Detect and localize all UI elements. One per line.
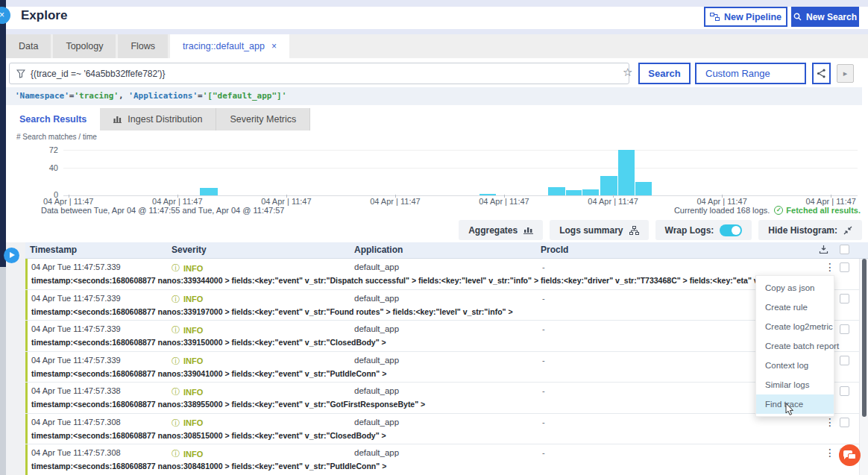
severity-badge: ⓘ INFO bbox=[172, 324, 203, 336]
context-menu-item[interactable]: Find trace bbox=[756, 394, 834, 414]
result-tab-label: Ingest Distribution bbox=[128, 108, 202, 130]
row-message[interactable]: timestamp:<seconds:1680608877 nanos:3391… bbox=[31, 338, 811, 347]
left-edge-panel-lower bbox=[0, 267, 6, 475]
column-application[interactable]: Application bbox=[354, 245, 403, 255]
run-query-button[interactable]: ▸ bbox=[837, 64, 854, 83]
context-menu-item[interactable]: Create log2metric bbox=[756, 317, 834, 336]
expand-sidebar-button[interactable] bbox=[4, 248, 19, 263]
x-axis-tick-label: 04 Apr | 11:47 bbox=[479, 197, 529, 206]
table-row[interactable]: 04 Apr Tue 11:47:57.339 ⓘ INFO default_a… bbox=[25, 352, 868, 383]
page-title: Explore bbox=[21, 8, 67, 23]
row-timestamp: 04 Apr Tue 11:47:57.338 bbox=[31, 386, 121, 395]
gridline-72 bbox=[63, 150, 858, 151]
select-all-checkbox[interactable] bbox=[840, 245, 849, 254]
histogram-bar[interactable] bbox=[200, 188, 218, 195]
applied-filters-bar[interactable]: 'Namespace'='tracing', 'Applications'='[… bbox=[6, 87, 862, 105]
row-message[interactable]: timestamp:<seconds:1680608877 nanos:3390… bbox=[31, 369, 811, 378]
new-pipeline-button[interactable]: New Pipeline bbox=[704, 7, 787, 27]
result-tab[interactable]: Search Results bbox=[6, 108, 100, 130]
new-search-button[interactable]: New Search bbox=[791, 7, 859, 27]
nav-tab-label: tracing::default_app bbox=[183, 41, 265, 51]
nav-tab[interactable]: Data bbox=[6, 34, 51, 58]
download-button[interactable] bbox=[819, 245, 828, 254]
bar-chart-icon bbox=[523, 226, 533, 234]
histogram-bar[interactable] bbox=[635, 182, 652, 195]
row-timestamp: 04 Apr Tue 11:47:57.339 bbox=[31, 356, 121, 365]
context-menu-item[interactable]: Similar logs bbox=[756, 375, 834, 394]
table-row[interactable]: 04 Apr Tue 11:47:57.339 ⓘ INFO default_a… bbox=[25, 321, 868, 352]
row-menu-kebab-icon[interactable]: ⋮ bbox=[825, 416, 835, 428]
support-chat-button[interactable] bbox=[839, 444, 861, 466]
table-row[interactable]: 04 Apr Tue 11:47:57.339 ⓘ INFO default_a… bbox=[25, 290, 868, 321]
context-menu-item[interactable]: Create rule bbox=[756, 298, 834, 317]
nav-tab-label: Flows bbox=[130, 41, 155, 51]
chat-bubble-small-icon bbox=[848, 453, 856, 459]
row-message[interactable]: timestamp:<seconds:1680608877 nanos:3084… bbox=[31, 462, 811, 471]
filter-token: '["default_app"]' bbox=[203, 91, 287, 101]
table-header: Timestamp Severity Application ProcId bbox=[25, 242, 868, 259]
result-tab[interactable]: Ingest Distribution bbox=[100, 108, 216, 130]
wrap-logs-toggle[interactable] bbox=[720, 224, 742, 236]
row-timestamp: 04 Apr Tue 11:47:57.339 bbox=[31, 262, 121, 271]
load-status: Currently loaded 168 logs. ✓ Fetched all… bbox=[674, 206, 861, 215]
result-tab[interactable]: Severity Metrics bbox=[216, 108, 310, 130]
time-range-selector[interactable]: Custom Range bbox=[695, 63, 806, 84]
context-menu-item[interactable]: Create batch report bbox=[756, 336, 834, 356]
row-menu-kebab-icon[interactable]: ⋮ bbox=[825, 447, 835, 459]
row-checkbox[interactable] bbox=[840, 418, 849, 427]
nav-tab[interactable]: tracing::default_app× bbox=[170, 34, 289, 58]
row-message[interactable]: timestamp:<seconds:1680608877 nanos:3391… bbox=[31, 307, 811, 316]
table-row[interactable]: 04 Apr Tue 11:47:57.338 ⓘ INFO default_a… bbox=[25, 383, 868, 414]
share-button[interactable] bbox=[812, 63, 831, 84]
table-row[interactable]: 04 Apr Tue 11:47:57.308 ⓘ INFO default_a… bbox=[25, 414, 868, 445]
tab-close-icon[interactable]: × bbox=[271, 41, 277, 51]
search-button[interactable]: Search bbox=[638, 63, 691, 84]
nav-tab[interactable]: Flows bbox=[118, 34, 168, 58]
row-application: default_app bbox=[354, 294, 399, 303]
new-search-label: New Search bbox=[806, 12, 857, 22]
data-between-note: Data between Tue, Apr 04 @ 11:47:55 and … bbox=[41, 206, 285, 215]
histogram-bar[interactable] bbox=[566, 190, 582, 195]
context-menu-item[interactable]: Copy as json bbox=[756, 278, 834, 298]
row-menu-kebab-icon[interactable]: ⋮ bbox=[825, 261, 835, 273]
row-application: default_app bbox=[354, 448, 399, 457]
severity-label: INFO bbox=[183, 356, 203, 365]
nav-tab[interactable]: Topology bbox=[53, 34, 116, 58]
histogram-bar[interactable] bbox=[479, 194, 496, 195]
severity-badge: ⓘ INFO bbox=[172, 294, 203, 305]
gridline-40 bbox=[63, 168, 858, 169]
row-checkbox[interactable] bbox=[840, 356, 849, 365]
filter-token: , bbox=[119, 91, 128, 101]
column-timestamp[interactable]: Timestamp bbox=[30, 245, 77, 255]
column-procid[interactable]: ProcId bbox=[541, 245, 568, 255]
row-message[interactable]: timestamp:<seconds:1680608877 nanos:3393… bbox=[31, 276, 811, 285]
search-query-input[interactable]: {(trace_id =~ '64a5bb32ffefe782')} bbox=[9, 63, 629, 84]
histogram-bar[interactable] bbox=[582, 189, 599, 195]
row-message[interactable]: timestamp:<seconds:1680608877 nanos:3085… bbox=[31, 431, 811, 440]
row-checkbox[interactable] bbox=[840, 386, 849, 396]
favorite-star-icon[interactable]: ☆ bbox=[623, 66, 632, 79]
table-row[interactable]: 04 Apr Tue 11:47:57.308 ⓘ INFO default_a… bbox=[25, 444, 868, 475]
row-procid: - bbox=[542, 294, 545, 303]
context-menu-item[interactable]: Context log bbox=[756, 356, 834, 375]
x-axis-tick-label: 04 Apr | 11:47 bbox=[805, 197, 855, 206]
panel-close-button[interactable]: × bbox=[0, 7, 10, 24]
table-scrollbar-thumb[interactable] bbox=[862, 259, 867, 417]
mouse-cursor bbox=[784, 403, 794, 416]
histogram-bar[interactable] bbox=[618, 150, 635, 195]
x-axis-line bbox=[63, 195, 858, 196]
logs-summary-button[interactable]: Logs summary bbox=[550, 220, 648, 240]
histogram-bar[interactable] bbox=[548, 187, 565, 195]
download-icon bbox=[819, 245, 828, 254]
table-row[interactable]: 04 Apr Tue 11:47:57.339 ⓘ INFO default_a… bbox=[25, 259, 868, 290]
hide-histogram-button[interactable]: Hide Histogram: bbox=[758, 220, 862, 240]
row-message[interactable]: timestamp:<seconds:1680608877 nanos:3389… bbox=[31, 400, 811, 409]
column-severity[interactable]: Severity bbox=[172, 245, 207, 255]
aggregates-button[interactable]: Aggregates bbox=[459, 220, 543, 240]
result-tab-label: Search Results bbox=[19, 108, 87, 130]
row-checkbox[interactable] bbox=[840, 262, 849, 272]
row-checkbox[interactable] bbox=[840, 324, 849, 334]
severity-accent-bar bbox=[25, 383, 28, 413]
histogram-bar[interactable] bbox=[600, 176, 617, 195]
row-checkbox[interactable] bbox=[840, 294, 849, 303]
